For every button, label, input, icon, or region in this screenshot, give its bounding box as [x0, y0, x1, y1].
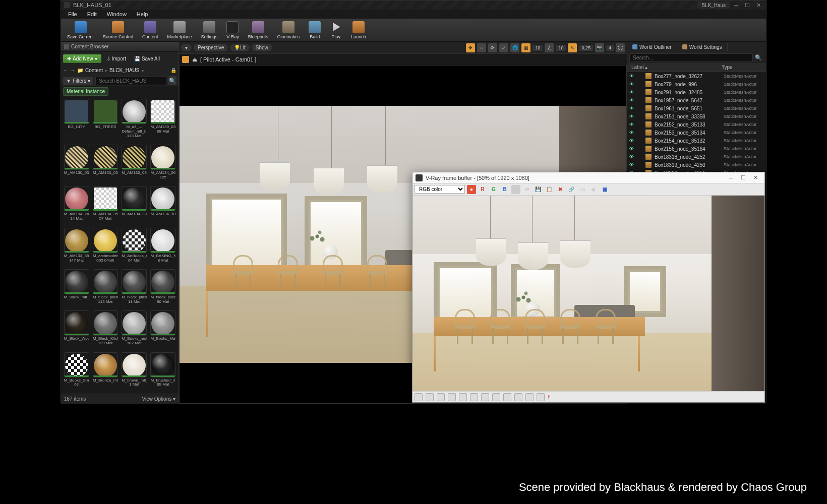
vfb-s6[interactable] — [470, 393, 478, 401]
vfb-s5[interactable] — [459, 393, 467, 401]
tab-world-outliner[interactable]: World Outliner — [627, 43, 677, 51]
crumb-content[interactable]: Content — [85, 68, 103, 73]
visibility-eye-icon[interactable]: 👁 — [629, 146, 636, 151]
vfb-g-button[interactable]: G — [489, 185, 498, 194]
asset-item[interactable]: M_brushed_metal_mtl_brdf 89 Mat — [150, 352, 176, 392]
visibility-eye-icon[interactable]: 👁 — [629, 98, 636, 103]
vfb-s11[interactable] — [525, 393, 534, 401]
transform-move-icon[interactable]: ↔ — [477, 43, 486, 52]
lock-icon[interactable]: 🔒 — [170, 68, 176, 73]
vfb-rgb-button[interactable]: ● — [467, 185, 476, 194]
asset-item[interactable]: M_black_plastic_mtl_brdf 113 Mat — [92, 269, 119, 308]
lit-button[interactable]: 💡Lit — [230, 44, 250, 51]
vfb-clear-icon[interactable]: ✖ — [556, 185, 565, 194]
content-browser-tab[interactable]: Content Browser — [61, 42, 179, 52]
transform-rotate-icon[interactable]: ⟳ — [488, 43, 497, 52]
outliner-row[interactable]: 👁Box291_node_32485StaticMeshActor — [627, 88, 766, 96]
visibility-eye-icon[interactable]: 👁 — [629, 162, 636, 167]
asset-item[interactable]: M_Black_Wood_mtl_brdf_14_Mat — [63, 310, 90, 350]
outliner-row[interactable]: 👁Box277_node_32627StaticMeshActor — [627, 72, 766, 80]
asset-item[interactable]: M_Bronze_mtl_brdf_40_Mat — [92, 352, 119, 392]
vray-frame-buffer-window[interactable]: V-Ray frame buffer - [50% of 1920 x 1080… — [412, 172, 765, 403]
column-label[interactable]: Label ▴ — [631, 65, 722, 70]
asset-item[interactable]: BG_CITY — [63, 99, 90, 143]
visibility-eye-icon[interactable]: 👁 — [629, 154, 636, 159]
outliner-row[interactable]: 👁Box279_node_996StaticMeshActor — [627, 80, 766, 88]
outliner-search-input[interactable] — [629, 53, 753, 62]
vfb-s1[interactable] — [415, 393, 423, 401]
outliner-row[interactable]: 👁Box2154_node_35132StaticMeshActor — [627, 137, 766, 145]
vfb-s2[interactable] — [426, 393, 434, 401]
toolbar-settings-button[interactable]: Settings — [197, 19, 222, 41]
window-close-button[interactable]: ✕ — [754, 2, 763, 9]
visibility-eye-icon[interactable]: 👁 — [629, 74, 636, 79]
menu-help[interactable]: Help — [132, 10, 153, 18]
vfb-link-icon[interactable]: 🔗 — [567, 185, 576, 194]
grid-snap-value[interactable]: 10 — [533, 45, 543, 51]
outliner-row[interactable]: 👁Box2151_node_33358StaticMeshActor — [627, 112, 766, 120]
perspective-button[interactable]: Perspective — [194, 44, 228, 51]
filter-tag[interactable]: Material Instance — [63, 87, 108, 96]
outliner-row[interactable]: 👁Box2152_node_35133StaticMeshActor — [627, 120, 766, 129]
eject-pilot-button[interactable] — [182, 56, 189, 63]
vfb-s4[interactable] — [448, 393, 456, 401]
visibility-eye-icon[interactable]: 👁 — [629, 82, 636, 87]
outliner-row[interactable]: 👁Box2156_node_35164StaticMeshActor — [627, 145, 766, 153]
vfb-b-button[interactable]: B — [500, 185, 509, 194]
vfb-mono-button[interactable]: ○ — [511, 185, 520, 194]
viewport-options-button[interactable]: ▾ — [181, 44, 192, 51]
visibility-eye-icon[interactable]: 👁 — [629, 106, 636, 111]
visibility-eye-icon[interactable]: 👁 — [629, 90, 636, 95]
outliner-row[interactable]: 👁Box1957_node_5647StaticMeshActor — [627, 96, 766, 104]
nav-fwd-button[interactable]: → — [70, 68, 75, 73]
grid-snap-icon[interactable]: ▦ — [521, 43, 530, 52]
asset-item[interactable]: M_Black_Kitchen_mtl_brdf 129 Mat — [92, 310, 119, 350]
camera-speed-icon[interactable]: 📷 — [595, 43, 604, 52]
asset-item[interactable]: M_AM130_035_003_mtl_ — [63, 145, 90, 184]
outliner-row[interactable]: 👁Box2153_node_35134StaticMeshActor — [627, 129, 766, 137]
asset-item[interactable]: M_black_plastic_mtl_brdf 90 Mat — [150, 269, 176, 308]
crumb-project[interactable]: BLCK_HAUS — [109, 68, 139, 73]
save-all-button[interactable]: 💾 Save All — [131, 54, 163, 63]
menu-window[interactable]: Window — [102, 10, 132, 18]
asset-item[interactable]: M_AM134_38_sticker_mtl_brdf 147 Mat — [63, 228, 90, 267]
asset-item[interactable]: M_AM134_35_water_mtl_brdf 57 Mat — [92, 186, 119, 225]
search-icon[interactable]: 🔍 — [753, 54, 764, 61]
vfb-render-view[interactable] — [412, 196, 764, 391]
search-input[interactable] — [95, 77, 166, 85]
column-type[interactable]: Type — [722, 65, 762, 70]
asset-item[interactable]: M_ArtBooks_mtl_mtl_brdf 64 Mat — [121, 228, 148, 267]
asset-item[interactable]: M_Books_Main_Shelf_Test_mtl_brdf — [150, 310, 176, 350]
vfb-maximize-button[interactable]: ☐ — [737, 174, 749, 181]
toolbar-vray-button[interactable]: V-Ray — [222, 19, 243, 41]
vfb-s9[interactable] — [503, 393, 511, 401]
vfb-histogram-icon[interactable]: ⫯ — [548, 394, 551, 400]
angle-snap-icon[interactable]: ∠ — [545, 43, 554, 52]
asset-item[interactable]: M_AM130_035_007_mtl_ — [121, 145, 148, 184]
asset-item[interactable]: M_brown_mtl_brdf 1 Mat — [121, 352, 148, 392]
asset-item[interactable]: M_AM134_06_paper_bag_mtl_brdf 125 — [150, 145, 176, 184]
eject-icon[interactable]: ⏏ — [192, 56, 197, 63]
asset-item[interactable]: M_black_plastic_mtl_brdf 11 Mat — [121, 269, 148, 308]
maximize-viewport-icon[interactable]: ⛶ — [616, 43, 625, 52]
vfb-close-button[interactable]: ✕ — [749, 174, 761, 181]
window-minimize-button[interactable]: ─ — [732, 2, 741, 9]
asset-item[interactable]: M_a3_... Default_mtl_brdf 138 Mat — [121, 99, 148, 143]
asset-item[interactable]: M_AM130_035_001_mtl_brdf 68 Mat — [150, 99, 176, 143]
visibility-eye-icon[interactable]: 👁 — [629, 122, 636, 127]
nav-back-button[interactable]: ← — [63, 68, 68, 73]
outliner-row[interactable]: 👁Box18319_node_4250StaticMeshActor — [627, 161, 766, 169]
asset-item[interactable]: M_AM134_24_shoe_01_mtl_brdf 14 Mat — [63, 186, 90, 225]
vfb-r-button[interactable]: R — [478, 185, 487, 194]
tab-world-settings[interactable]: World Settings — [677, 43, 728, 51]
search-icon[interactable]: 🔍 — [168, 76, 176, 85]
visibility-eye-icon[interactable]: 👁 — [629, 114, 636, 119]
filters-button[interactable]: ▼ Filters ▾ — [63, 77, 93, 85]
toolbar-sc-button[interactable]: Source Control — [99, 19, 137, 41]
asset-item[interactable]: M_AM130_035_005_mtl_ — [92, 145, 119, 184]
visibility-eye-icon[interactable]: 👁 — [629, 130, 636, 135]
asset-item[interactable]: M_Black_mtl_brdf_45_Mat — [63, 269, 90, 308]
vfb-clipboard-icon[interactable]: 📋 — [545, 185, 554, 194]
asset-item[interactable]: M_archmodels52 005 04mtl — [92, 228, 119, 267]
menu-file[interactable]: File — [63, 10, 82, 18]
